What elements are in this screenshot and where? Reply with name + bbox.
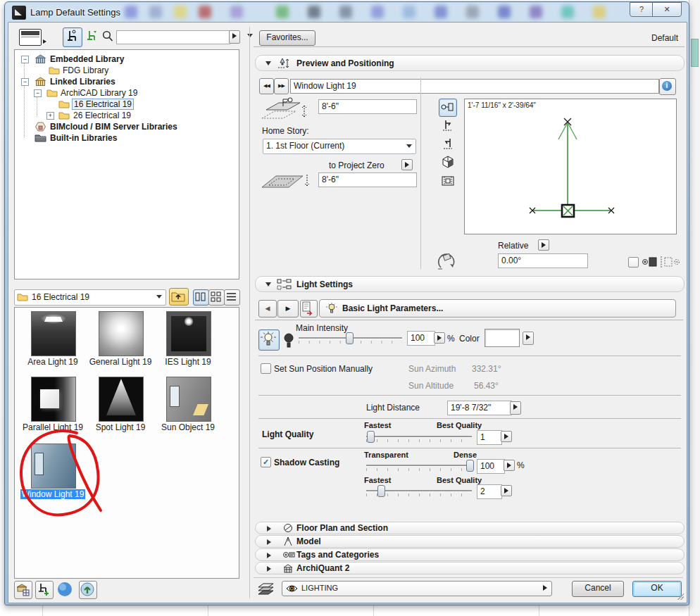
- slider-thumb[interactable]: [367, 431, 375, 443]
- preview-side-view-button[interactable]: [440, 137, 456, 152]
- object-label[interactable]: Spot Light 19: [87, 422, 154, 432]
- tree-item-label[interactable]: Linked Libraries: [50, 77, 115, 87]
- layer-dropdown[interactable]: LIGHTING: [282, 581, 552, 596]
- light-quality-field[interactable]: 1: [477, 430, 502, 445]
- shadow-density-slider[interactable]: [366, 460, 472, 472]
- section-preview-positioning[interactable]: Preview and Positioning: [255, 55, 685, 71]
- section-model[interactable]: Model: [255, 535, 685, 548]
- preview-pane[interactable]: 1'-7 11/16" x 2'-39/64": [464, 99, 677, 234]
- light-distance-menu-button[interactable]: [510, 401, 521, 415]
- object-label[interactable]: IES Light 19: [154, 357, 222, 367]
- section-floor-plan[interactable]: Floor Plan and Section: [255, 522, 685, 534]
- previous-object-button[interactable]: ◀◀: [259, 78, 274, 94]
- object-thumbnail[interactable]: [31, 311, 76, 356]
- section-tags-categories[interactable]: Tags and Categories: [255, 548, 685, 561]
- main-intensity-field[interactable]: 100: [407, 331, 435, 346]
- favorites-button[interactable]: Favorites...: [259, 30, 315, 46]
- library-manager-button[interactable]: [14, 581, 32, 599]
- preview-3d-view-button[interactable]: [440, 155, 456, 170]
- transfer-settings-button[interactable]: [300, 300, 318, 318]
- to-project-zero-menu-button[interactable]: [401, 159, 413, 170]
- tree-item-label[interactable]: 16 Electrical 19: [72, 99, 134, 110]
- next-object-button[interactable]: ▶▶: [274, 78, 289, 94]
- object-label[interactable]: Parallel Light 19: [19, 422, 87, 432]
- slider-thumb[interactable]: [346, 332, 354, 344]
- shadow-density-field[interactable]: 100: [477, 459, 505, 474]
- shadow-density-menu-button[interactable]: [504, 460, 515, 471]
- object-browser-button[interactable]: [63, 27, 82, 47]
- titlebar[interactable]: Lamp Default Settings ? ✕: [5, 2, 689, 22]
- color-swatch[interactable]: [485, 329, 520, 347]
- object-thumbnail[interactable]: [31, 377, 76, 422]
- view-large-icons-button[interactable]: [193, 289, 209, 306]
- tree-expander-icon[interactable]: −: [34, 89, 42, 97]
- color-menu-button[interactable]: [523, 332, 534, 345]
- relative-menu-button[interactable]: [538, 239, 549, 251]
- settings-panel-toggle-button[interactable]: [19, 29, 42, 46]
- tree-item-label[interactable]: Embedded Library: [50, 54, 124, 64]
- preview-2d-symbol-button[interactable]: [439, 99, 457, 117]
- ok-button[interactable]: OK: [632, 581, 682, 597]
- search-options-button[interactable]: [229, 30, 240, 44]
- object-label[interactable]: Area Light 19: [19, 357, 87, 367]
- light-on-button[interactable]: [258, 329, 280, 351]
- info-button[interactable]: i: [659, 78, 676, 95]
- rotation-field[interactable]: 0.00°: [498, 253, 588, 268]
- object-thumbnail[interactable]: [99, 311, 144, 356]
- object-label-selected[interactable]: Window Light 19: [19, 489, 87, 499]
- home-story-dropdown[interactable]: 1. 1st Floor (Current): [263, 139, 416, 154]
- favorites-objects-button[interactable]: [85, 29, 99, 44]
- elevation-bottom-field[interactable]: 8'-6": [318, 172, 417, 187]
- bim-components-button[interactable]: [56, 581, 73, 598]
- view-small-icons-button[interactable]: [208, 289, 225, 306]
- object-name-bar[interactable]: Window Light 19: [290, 79, 659, 94]
- browser-folder-dropdown[interactable]: 16 Electrical 19: [14, 289, 166, 306]
- shadow-quality-field[interactable]: 2: [477, 484, 502, 499]
- object-label[interactable]: Sun Object 19: [154, 422, 222, 432]
- sun-position-checkbox[interactable]: [261, 363, 271, 374]
- mirror-checkbox[interactable]: [628, 257, 639, 268]
- tree-expander-icon[interactable]: −: [21, 56, 29, 63]
- tree-expander-icon[interactable]: +: [46, 112, 54, 120]
- main-intensity-menu-button[interactable]: [434, 332, 445, 344]
- tree-item-label[interactable]: BIMcloud / BIM Server Libraries: [50, 122, 177, 132]
- object-thumbnail[interactable]: [99, 377, 144, 422]
- tree-expander-icon[interactable]: −: [21, 78, 29, 86]
- slider-thumb[interactable]: [466, 460, 474, 472]
- tree-item-label[interactable]: 26 Electrical 19: [73, 111, 131, 120]
- search-button[interactable]: [101, 30, 114, 44]
- close-button[interactable]: ✕: [652, 2, 682, 17]
- shadow-quality-slider[interactable]: [366, 485, 472, 498]
- search-input[interactable]: [116, 30, 230, 44]
- section-archiquant[interactable]: ArchiQuant 2: [255, 562, 685, 574]
- object-thumbnail[interactable]: [166, 377, 211, 422]
- shadow-casting-checkbox[interactable]: ✓: [261, 457, 271, 467]
- previous-panel-button[interactable]: ◀: [258, 300, 277, 318]
- main-intensity-slider[interactable]: [299, 332, 402, 345]
- section-light-settings[interactable]: Light Settings: [255, 276, 685, 292]
- light-quality-menu-button[interactable]: [501, 431, 512, 442]
- parameter-panel-selector[interactable]: Basic Light Parameters...: [319, 299, 676, 318]
- object-thumbnail-selected[interactable]: [31, 444, 76, 489]
- object-thumbnail[interactable]: [166, 311, 211, 356]
- resize-grip[interactable]: [677, 593, 684, 600]
- light-quality-slider[interactable]: [366, 431, 472, 444]
- view-list-button[interactable]: [224, 289, 240, 306]
- up-one-level-button[interactable]: [169, 288, 189, 306]
- slider-thumb[interactable]: [377, 485, 385, 497]
- tree-item-label[interactable]: FDG Library: [63, 65, 108, 75]
- tree-item-label[interactable]: ArchiCAD Library 19: [61, 88, 137, 98]
- preview-picture-button[interactable]: [440, 173, 456, 189]
- shadow-quality-menu-button[interactable]: [501, 485, 512, 496]
- light-distance-field[interactable]: 19'-8 7/32": [447, 401, 512, 415]
- cancel-button[interactable]: Cancel: [572, 581, 624, 597]
- new-object-button[interactable]: [35, 581, 54, 599]
- next-panel-button[interactable]: ▶: [277, 300, 299, 318]
- elevation-top-field[interactable]: 8'-6": [318, 99, 417, 114]
- tree-item-label[interactable]: Built-in Libraries: [50, 133, 117, 143]
- object-label[interactable]: General Light 19: [87, 357, 154, 367]
- toolbar-overflow-icon[interactable]: [247, 34, 253, 37]
- share-object-button[interactable]: [79, 581, 97, 599]
- help-button[interactable]: ?: [630, 2, 654, 17]
- preview-front-view-button[interactable]: [440, 118, 456, 134]
